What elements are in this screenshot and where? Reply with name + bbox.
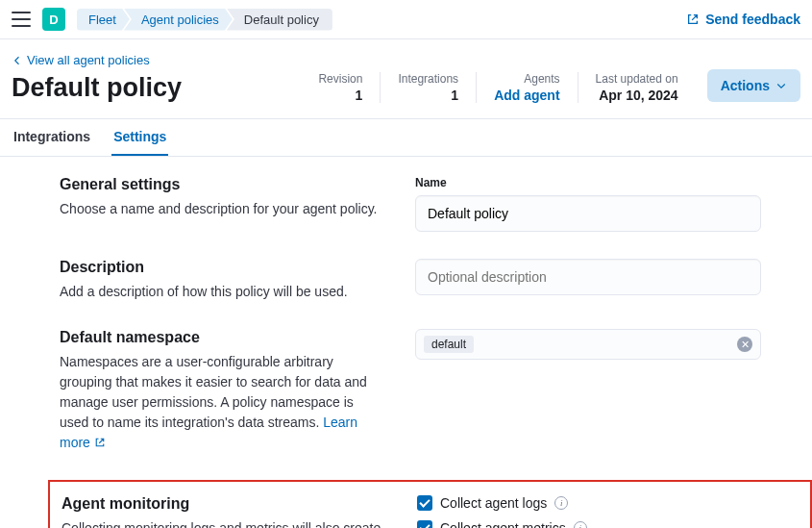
namespace-combobox[interactable]: default ✕: [415, 329, 761, 360]
namespace-tag: default: [424, 336, 474, 353]
external-link-icon: [94, 437, 106, 448]
actions-button[interactable]: Actions: [707, 69, 800, 102]
breadcrumb-current: Default policy: [227, 9, 332, 31]
chevron-left-icon: [12, 55, 23, 66]
stat-integrations-value: 1: [398, 88, 458, 103]
collect-metrics-checkbox[interactable]: [417, 520, 432, 528]
send-feedback-label: Send feedback: [705, 12, 800, 27]
namespace-help: Namespaces are a user-configurable arbit…: [60, 352, 386, 453]
breadcrumb-agent-policies[interactable]: Agent policies: [124, 9, 233, 31]
collect-logs-checkbox[interactable]: [417, 495, 432, 511]
namespace-clear-icon[interactable]: ✕: [737, 337, 752, 352]
stat-agents: Agents Add agent: [476, 72, 577, 103]
description-help: Add a description of how this policy wil…: [60, 282, 386, 302]
info-icon[interactable]: i: [574, 521, 587, 528]
breadcrumb-fleet[interactable]: Fleet: [77, 9, 130, 31]
stat-integrations: Integrations 1: [380, 72, 476, 103]
external-link-icon: [686, 13, 700, 26]
agent-monitoring-highlight: Agent monitoring Collecting monitoring l…: [48, 480, 812, 528]
stat-revision: Revision 1: [301, 72, 380, 103]
collect-metrics-label: Collect agent metrics: [440, 520, 566, 528]
monitoring-title: Agent monitoring: [62, 495, 388, 513]
tab-settings[interactable]: Settings: [111, 119, 168, 156]
chevron-down-icon: [775, 80, 787, 91]
tab-integrations[interactable]: Integrations: [12, 119, 92, 156]
stat-updated: Last updated on Apr 10, 2024: [578, 72, 696, 103]
general-settings-title: General settings: [60, 176, 386, 193]
stat-revision-value: 1: [318, 88, 362, 103]
description-title: Description: [60, 259, 386, 276]
name-input[interactable]: [415, 195, 761, 232]
send-feedback-link[interactable]: Send feedback: [686, 12, 800, 27]
stat-revision-label: Revision: [318, 72, 362, 86]
stat-agents-label: Agents: [494, 72, 559, 86]
back-link[interactable]: View all agent policies: [12, 53, 301, 67]
stat-updated-label: Last updated on: [596, 72, 678, 86]
avatar[interactable]: D: [42, 8, 65, 31]
stat-integrations-label: Integrations: [398, 72, 458, 86]
menu-toggle[interactable]: [12, 10, 31, 29]
name-field-label: Name: [415, 176, 761, 189]
add-agent-link[interactable]: Add agent: [494, 88, 559, 103]
description-input[interactable]: [415, 259, 761, 295]
info-icon[interactable]: i: [554, 496, 568, 510]
actions-button-label: Actions: [721, 78, 770, 93]
monitoring-help: Collecting monitoring logs and metrics w…: [62, 518, 388, 528]
page-title: Default policy: [12, 73, 301, 103]
namespace-title: Default namespace: [60, 329, 386, 346]
breadcrumb: Fleet Agent policies Default policy: [77, 9, 332, 31]
stat-updated-value: Apr 10, 2024: [596, 88, 678, 103]
general-settings-help: Choose a name and description for your a…: [60, 199, 386, 219]
collect-logs-label: Collect agent logs: [440, 495, 547, 511]
back-link-label: View all agent policies: [27, 53, 150, 67]
